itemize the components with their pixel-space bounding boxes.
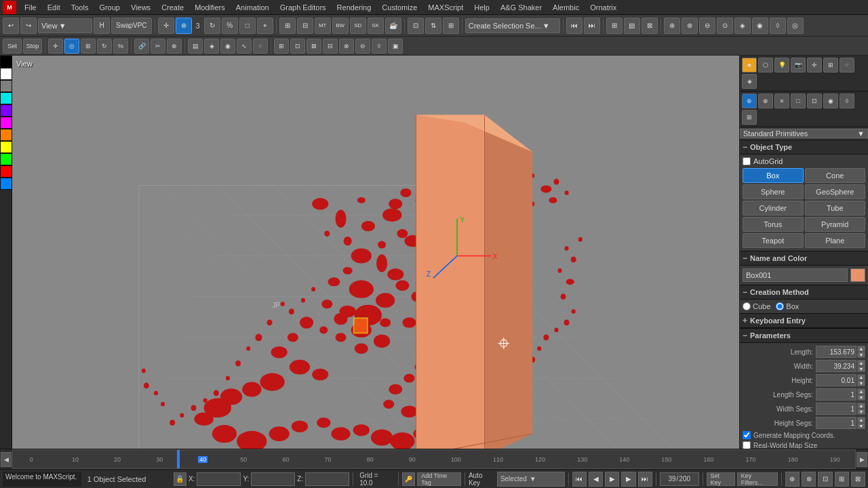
palette-white[interactable] bbox=[0, 68, 12, 80]
autogrid-checkbox[interactable] bbox=[743, 157, 751, 165]
tb-btn-screen[interactable]: ⊡ bbox=[408, 18, 424, 34]
tb-btn-e2[interactable]: ⊞ bbox=[443, 18, 459, 34]
vp-ctrl-2[interactable]: ⊗ bbox=[802, 472, 816, 487]
btn-geosphere[interactable]: GeoSphere bbox=[805, 184, 866, 199]
color-swatch[interactable] bbox=[850, 268, 865, 282]
vp-ctrl-5[interactable]: ⊠ bbox=[851, 472, 865, 487]
rp-icon-display[interactable]: □ bbox=[791, 94, 806, 108]
creation-method-header[interactable]: − Creation Method bbox=[740, 285, 868, 300]
toolbar-btn-5[interactable]: ⌖ bbox=[257, 18, 273, 34]
menu-create[interactable]: Create bbox=[156, 2, 189, 13]
radio-cube-input[interactable] bbox=[743, 302, 751, 310]
height-down[interactable]: ▼ bbox=[857, 380, 865, 386]
vt-extra-2[interactable]: ⊡ bbox=[290, 39, 305, 54]
vt-bind-btn[interactable]: ⊕ bbox=[167, 39, 182, 54]
vt-scale-snap-btn[interactable]: % bbox=[113, 39, 128, 54]
tb-render-view[interactable]: ⊠ bbox=[642, 18, 658, 34]
vt-extra-8[interactable]: ▣ bbox=[388, 39, 403, 54]
menu-file[interactable]: File bbox=[19, 2, 42, 13]
tb-btn-arrows[interactable]: ⇅ bbox=[425, 18, 441, 34]
tb-extra-7[interactable]: ◊ bbox=[770, 18, 786, 34]
vt-material-btn[interactable]: ◉ bbox=[220, 39, 235, 54]
vp-ctrl-3[interactable]: ⊡ bbox=[818, 472, 832, 487]
palette-purple[interactable] bbox=[0, 104, 12, 117]
rp-icon-select[interactable]: ⊕ bbox=[742, 94, 757, 108]
frame-counter[interactable]: 39 / 200 bbox=[660, 472, 699, 486]
tb-extra-2[interactable]: ⊗ bbox=[682, 18, 698, 34]
tb-extra-5[interactable]: ◈ bbox=[734, 18, 751, 34]
tb-extra-4[interactable]: ⊙ bbox=[717, 18, 733, 34]
tb-btn-bw[interactable]: BW bbox=[332, 18, 349, 34]
play-next-btn[interactable]: ⏭ bbox=[638, 472, 652, 487]
set-btn[interactable]: Set bbox=[3, 39, 22, 54]
rp-icon-warp[interactable]: ⊞ bbox=[823, 58, 838, 73]
y-input[interactable] bbox=[251, 472, 295, 486]
vt-extra-5[interactable]: ⊗ bbox=[339, 39, 354, 54]
rotate-btn[interactable]: ↻ bbox=[204, 18, 220, 34]
z-input[interactable] bbox=[305, 472, 349, 486]
width-input[interactable] bbox=[816, 360, 856, 372]
tl-next-btn[interactable]: ▶ bbox=[856, 452, 867, 467]
tb-btn-cup[interactable]: ☕ bbox=[385, 18, 401, 34]
tl-prev-btn[interactable]: ◀ bbox=[1, 452, 12, 467]
btn-box[interactable]: Box bbox=[743, 168, 804, 183]
vt-extra-4[interactable]: ⊟ bbox=[323, 39, 338, 54]
rp-icon-manip[interactable]: ◈ bbox=[742, 74, 757, 89]
tb-prev-btn[interactable]: ⏮ bbox=[566, 18, 583, 34]
x-input[interactable] bbox=[197, 472, 241, 486]
select-by-name-btn[interactable]: H bbox=[94, 18, 110, 34]
btn-teapot[interactable]: Teapot bbox=[743, 233, 804, 248]
menu-views[interactable]: Views bbox=[125, 2, 156, 13]
vt-snap-btn[interactable]: ⊞ bbox=[81, 39, 96, 54]
rp-icon-extra2[interactable]: ◊ bbox=[840, 94, 854, 108]
toolbar-btn-4[interactable]: □ bbox=[239, 18, 256, 34]
tb-mirror-btn[interactable]: ⊟ bbox=[297, 18, 313, 34]
rp-icon-light[interactable]: 💡 bbox=[774, 58, 789, 73]
object-type-header[interactable]: − Object Type bbox=[740, 140, 868, 155]
radio-cube[interactable]: Cube bbox=[743, 302, 770, 310]
rp-icon-extra[interactable]: ◉ bbox=[823, 94, 838, 108]
menu-ag-shaker[interactable]: A&G Shaker bbox=[495, 2, 547, 13]
swap-vpc-btn[interactable]: SwapVPC bbox=[111, 18, 152, 34]
select-move-btn[interactable]: ⊕ bbox=[176, 18, 192, 34]
primitives-dropdown[interactable]: Standard Primitives ▼ bbox=[740, 129, 868, 138]
redo-btn[interactable]: ↪ bbox=[20, 18, 37, 34]
width-segs-up[interactable]: ▲ bbox=[857, 403, 865, 409]
palette-blue[interactable] bbox=[0, 178, 12, 190]
width-segs-input[interactable] bbox=[816, 403, 856, 415]
lock-icon[interactable]: 🔒 bbox=[174, 472, 186, 486]
rp-icon-camera[interactable]: 📷 bbox=[791, 58, 806, 73]
palette-cyan[interactable] bbox=[0, 92, 12, 104]
menu-alembic[interactable]: Alembic bbox=[547, 2, 585, 13]
width-down[interactable]: ▼ bbox=[857, 366, 865, 372]
menu-tools[interactable]: Tools bbox=[66, 2, 94, 13]
rp-icon-helper[interactable]: ✛ bbox=[807, 58, 822, 73]
stop-btn[interactable]: Stop bbox=[23, 39, 42, 54]
vt-unlink-btn[interactable]: ✂ bbox=[151, 39, 165, 54]
tb-render-setup[interactable]: ⊞ bbox=[606, 18, 623, 34]
timeline-playhead[interactable] bbox=[177, 450, 180, 468]
btn-cylinder[interactable]: Cylinder bbox=[743, 201, 804, 216]
palette-magenta[interactable] bbox=[0, 117, 12, 129]
menu-customize[interactable]: Customize bbox=[376, 2, 422, 13]
vt-layer-btn[interactable]: ▤ bbox=[188, 39, 203, 54]
width-segs-down[interactable]: ▼ bbox=[857, 409, 865, 415]
rp-icon-extra3[interactable]: ⊞ bbox=[742, 110, 757, 125]
vt-link-btn[interactable]: 🔗 bbox=[134, 39, 149, 54]
palette-gray[interactable] bbox=[0, 80, 12, 92]
vt-btn-2[interactable]: ◎ bbox=[64, 39, 79, 54]
length-down[interactable]: ▼ bbox=[857, 352, 865, 358]
width-up[interactable]: ▲ bbox=[857, 360, 865, 366]
key-filters-btn[interactable]: Key Filters... bbox=[737, 472, 778, 486]
tb-btn-sk[interactable]: SK bbox=[368, 18, 384, 34]
tb-extra-3[interactable]: ⊖ bbox=[699, 18, 715, 34]
rp-icon-geo[interactable]: ⬡ bbox=[758, 58, 773, 73]
menu-help[interactable]: Help bbox=[469, 2, 495, 13]
tb-btn-sd[interactable]: SD bbox=[350, 18, 366, 34]
palette-black[interactable] bbox=[0, 56, 12, 68]
parameters-header[interactable]: − Parameters bbox=[740, 328, 868, 343]
palette-red[interactable] bbox=[0, 165, 12, 178]
view-dropdown[interactable]: View ▼ bbox=[38, 18, 92, 33]
vt-rotate-snap-btn[interactable]: ↻ bbox=[97, 39, 112, 54]
length-segs-input[interactable] bbox=[816, 388, 856, 401]
